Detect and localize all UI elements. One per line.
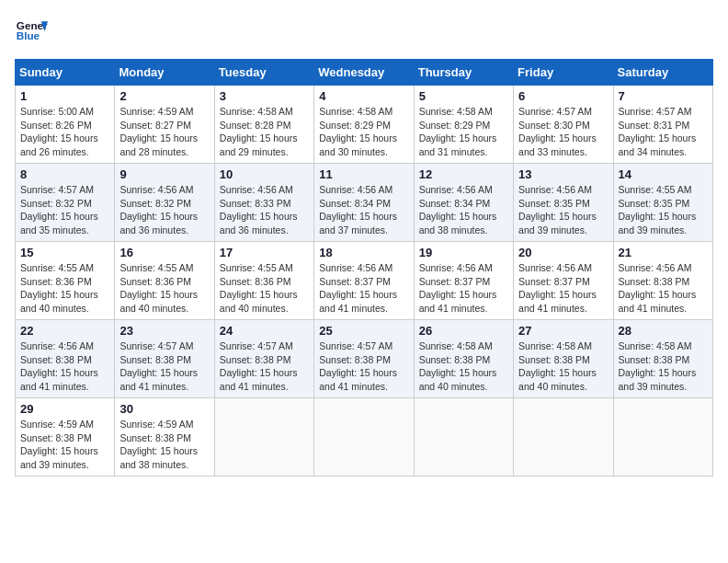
weekday-header-wednesday: Wednesday	[314, 60, 414, 86]
day-number: 25	[319, 324, 408, 338]
logo: General Blue	[15, 15, 48, 48]
day-number: 16	[119, 246, 209, 259]
day-number: 4	[319, 89, 408, 103]
week-row-3: 15Sunrise: 4:55 AM Sunset: 8:36 PM Dayli…	[16, 242, 713, 320]
day-info: Sunrise: 4:59 AM Sunset: 8:38 PM Dayligh…	[20, 418, 109, 472]
day-info: Sunrise: 4:57 AM Sunset: 8:31 PM Dayligh…	[619, 105, 708, 159]
day-info: Sunrise: 4:56 AM Sunset: 8:38 PM Dayligh…	[20, 339, 109, 394]
day-number: 15	[20, 246, 109, 259]
header: General Blue	[15, 15, 713, 48]
day-info: Sunrise: 5:00 AM Sunset: 8:26 PM Dayligh…	[20, 105, 109, 159]
weekday-header-friday: Friday	[514, 60, 613, 86]
calendar-cell: 25Sunrise: 4:57 AM Sunset: 8:38 PM Dayli…	[314, 320, 414, 398]
calendar-cell: 10Sunrise: 4:56 AM Sunset: 8:33 PM Dayli…	[214, 164, 313, 242]
weekday-header-tuesday: Tuesday	[214, 60, 313, 86]
calendar-cell: 17Sunrise: 4:55 AM Sunset: 8:36 PM Dayli…	[214, 242, 313, 320]
day-number: 14	[619, 167, 708, 181]
day-info: Sunrise: 4:56 AM Sunset: 8:34 PM Dayligh…	[319, 183, 408, 237]
weekday-header-sunday: Sunday	[16, 60, 115, 86]
day-info: Sunrise: 4:58 AM Sunset: 8:38 PM Dayligh…	[419, 339, 508, 394]
calendar-cell: 22Sunrise: 4:56 AM Sunset: 8:38 PM Dayli…	[16, 320, 115, 398]
calendar-cell: 24Sunrise: 4:57 AM Sunset: 8:38 PM Dayli…	[214, 320, 313, 398]
day-number: 13	[518, 167, 608, 181]
day-number: 19	[419, 246, 508, 259]
calendar-cell: 14Sunrise: 4:55 AM Sunset: 8:35 PM Dayli…	[613, 164, 712, 242]
calendar-cell	[314, 398, 414, 477]
calendar-cell: 6Sunrise: 4:57 AM Sunset: 8:30 PM Daylig…	[514, 86, 613, 164]
calendar-cell	[514, 398, 613, 477]
day-info: Sunrise: 4:58 AM Sunset: 8:38 PM Dayligh…	[518, 339, 608, 394]
day-number: 7	[619, 89, 708, 103]
day-info: Sunrise: 4:58 AM Sunset: 8:29 PM Dayligh…	[319, 105, 408, 159]
calendar-cell	[214, 398, 313, 477]
calendar-cell: 21Sunrise: 4:56 AM Sunset: 8:38 PM Dayli…	[613, 242, 712, 320]
day-number: 9	[119, 167, 209, 181]
day-info: Sunrise: 4:58 AM Sunset: 8:28 PM Dayligh…	[220, 105, 309, 159]
calendar-cell: 18Sunrise: 4:56 AM Sunset: 8:37 PM Dayli…	[314, 242, 414, 320]
day-info: Sunrise: 4:55 AM Sunset: 8:35 PM Dayligh…	[619, 183, 708, 237]
calendar-cell: 11Sunrise: 4:56 AM Sunset: 8:34 PM Dayli…	[314, 164, 414, 242]
week-row-5: 29Sunrise: 4:59 AM Sunset: 8:38 PM Dayli…	[16, 398, 713, 477]
day-info: Sunrise: 4:57 AM Sunset: 8:32 PM Dayligh…	[20, 183, 109, 237]
day-info: Sunrise: 4:56 AM Sunset: 8:37 PM Dayligh…	[518, 261, 608, 316]
weekday-header-saturday: Saturday	[613, 60, 712, 86]
day-number: 20	[518, 246, 608, 259]
calendar-cell	[414, 398, 513, 477]
day-info: Sunrise: 4:56 AM Sunset: 8:37 PM Dayligh…	[319, 261, 408, 316]
day-info: Sunrise: 4:55 AM Sunset: 8:36 PM Dayligh…	[220, 261, 309, 316]
week-row-4: 22Sunrise: 4:56 AM Sunset: 8:38 PM Dayli…	[16, 320, 713, 398]
day-number: 29	[20, 402, 109, 416]
day-info: Sunrise: 4:56 AM Sunset: 8:33 PM Dayligh…	[220, 183, 309, 237]
calendar-cell: 7Sunrise: 4:57 AM Sunset: 8:31 PM Daylig…	[613, 86, 712, 164]
day-number: 11	[319, 167, 408, 181]
day-number: 10	[220, 167, 309, 181]
day-info: Sunrise: 4:56 AM Sunset: 8:35 PM Dayligh…	[518, 183, 608, 237]
day-number: 12	[419, 167, 508, 181]
day-info: Sunrise: 4:59 AM Sunset: 8:27 PM Dayligh…	[119, 105, 209, 159]
day-number: 24	[220, 324, 309, 338]
day-number: 26	[419, 324, 508, 338]
day-number: 27	[518, 324, 608, 338]
day-number: 2	[119, 89, 209, 103]
day-number: 1	[20, 89, 109, 103]
calendar-cell: 20Sunrise: 4:56 AM Sunset: 8:37 PM Dayli…	[514, 242, 613, 320]
day-number: 6	[518, 89, 608, 103]
calendar-cell: 1Sunrise: 5:00 AM Sunset: 8:26 PM Daylig…	[16, 86, 115, 164]
day-number: 17	[220, 246, 309, 259]
calendar-cell: 28Sunrise: 4:58 AM Sunset: 8:38 PM Dayli…	[613, 320, 712, 398]
calendar-cell: 23Sunrise: 4:57 AM Sunset: 8:38 PM Dayli…	[115, 320, 214, 398]
weekday-header-monday: Monday	[115, 60, 214, 86]
calendar-cell: 3Sunrise: 4:58 AM Sunset: 8:28 PM Daylig…	[214, 86, 313, 164]
week-row-1: 1Sunrise: 5:00 AM Sunset: 8:26 PM Daylig…	[16, 86, 713, 164]
calendar-cell: 15Sunrise: 4:55 AM Sunset: 8:36 PM Dayli…	[16, 242, 115, 320]
svg-text:Blue: Blue	[17, 29, 40, 41]
calendar-cell: 5Sunrise: 4:58 AM Sunset: 8:29 PM Daylig…	[414, 86, 513, 164]
calendar-table: SundayMondayTuesdayWednesdayThursdayFrid…	[15, 59, 713, 477]
calendar-cell: 19Sunrise: 4:56 AM Sunset: 8:37 PM Dayli…	[414, 242, 513, 320]
calendar-cell: 9Sunrise: 4:56 AM Sunset: 8:32 PM Daylig…	[115, 164, 214, 242]
day-info: Sunrise: 4:58 AM Sunset: 8:38 PM Dayligh…	[619, 339, 708, 394]
calendar-cell: 2Sunrise: 4:59 AM Sunset: 8:27 PM Daylig…	[115, 86, 214, 164]
day-number: 30	[119, 402, 209, 416]
day-number: 18	[319, 246, 408, 259]
calendar-cell: 13Sunrise: 4:56 AM Sunset: 8:35 PM Dayli…	[514, 164, 613, 242]
day-info: Sunrise: 4:56 AM Sunset: 8:37 PM Dayligh…	[419, 261, 508, 316]
calendar-cell: 27Sunrise: 4:58 AM Sunset: 8:38 PM Dayli…	[514, 320, 613, 398]
day-info: Sunrise: 4:55 AM Sunset: 8:36 PM Dayligh…	[119, 261, 209, 316]
week-row-2: 8Sunrise: 4:57 AM Sunset: 8:32 PM Daylig…	[16, 164, 713, 242]
day-info: Sunrise: 4:57 AM Sunset: 8:38 PM Dayligh…	[319, 339, 408, 394]
calendar-body: 1Sunrise: 5:00 AM Sunset: 8:26 PM Daylig…	[16, 86, 713, 477]
day-number: 8	[20, 167, 109, 181]
day-info: Sunrise: 4:56 AM Sunset: 8:38 PM Dayligh…	[619, 261, 708, 316]
calendar-cell: 4Sunrise: 4:58 AM Sunset: 8:29 PM Daylig…	[314, 86, 414, 164]
calendar-cell: 8Sunrise: 4:57 AM Sunset: 8:32 PM Daylig…	[16, 164, 115, 242]
day-number: 28	[619, 324, 708, 338]
day-info: Sunrise: 4:57 AM Sunset: 8:38 PM Dayligh…	[220, 339, 309, 394]
day-number: 3	[220, 89, 309, 103]
day-number: 5	[419, 89, 508, 103]
day-number: 22	[20, 324, 109, 338]
weekday-header-thursday: Thursday	[414, 60, 513, 86]
day-info: Sunrise: 4:57 AM Sunset: 8:30 PM Dayligh…	[518, 105, 608, 159]
day-info: Sunrise: 4:57 AM Sunset: 8:38 PM Dayligh…	[119, 339, 209, 394]
day-info: Sunrise: 4:58 AM Sunset: 8:29 PM Dayligh…	[419, 105, 508, 159]
